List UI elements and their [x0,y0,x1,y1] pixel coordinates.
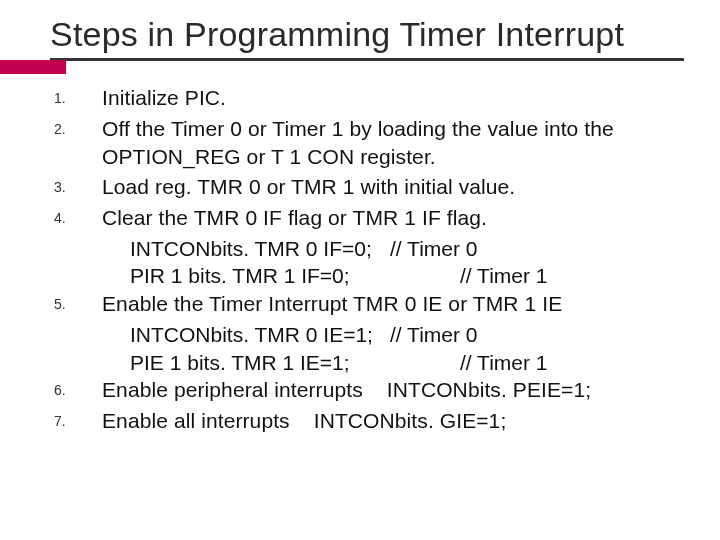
item-lead: Enable all interrupts [102,407,290,435]
code-text: PIR 1 bits. TMR 1 IF=0; [130,262,460,290]
code-line: PIE 1 bits. TMR 1 IE=1; // Timer 1 [130,349,684,377]
code-comment: // Timer 0 [390,235,684,263]
code-line: PIR 1 bits. TMR 1 IF=0; // Timer 1 [130,262,684,290]
code-line: INTCONbits. TMR 0 IF=0; // Timer 0 [130,235,684,263]
item-number: 5. [54,290,102,312]
code-text: PIE 1 bits. TMR 1 IE=1; [130,349,460,377]
slide-title: Steps in Programming Timer Interrupt [50,14,684,54]
item-text: Clear the TMR 0 IF flag or TMR 1 IF flag… [102,204,684,232]
title-block: Steps in Programming Timer Interrupt [50,14,684,74]
list-item: 7. Enable all interrupts INTCONbits. GIE… [54,407,684,435]
code-comment: // Timer 0 [390,321,684,349]
code-text: INTCONbits. TMR 0 IE=1; [130,321,390,349]
item-number: 7. [54,407,102,429]
code-comment: // Timer 1 [460,262,684,290]
code-line: INTCONbits. TMR 0 IE=1; // Timer 0 [130,321,684,349]
item-text: Off the Timer 0 or Timer 1 by loading th… [102,115,684,170]
item-text: Enable peripheral interrupts INTCONbits.… [102,376,684,404]
list-item: 2. Off the Timer 0 or Timer 1 by loading… [54,115,684,170]
list-item: 3. Load reg. TMR 0 or TMR 1 with initial… [54,173,684,201]
slide: Steps in Programming Timer Interrupt 1. … [0,0,720,540]
list-item: 5. Enable the Timer Interrupt TMR 0 IE o… [54,290,684,318]
list-item: 6. Enable peripheral interrupts INTCONbi… [54,376,684,404]
accent-bar [0,60,66,74]
item-number: 3. [54,173,102,195]
accent-row [50,60,684,74]
item-tail: INTCONbits. PEIE=1; [363,376,684,404]
item-text: Enable all interrupts INTCONbits. GIE=1; [102,407,684,435]
item-number: 6. [54,376,102,398]
item-number: 4. [54,204,102,226]
code-text: INTCONbits. TMR 0 IF=0; [130,235,390,263]
list-item: 4. Clear the TMR 0 IF flag or TMR 1 IF f… [54,204,684,232]
item-number: 1. [54,84,102,106]
item-text: Initialize PIC. [102,84,684,112]
item-number: 2. [54,115,102,137]
code-comment: // Timer 1 [460,349,684,377]
list-item: 1. Initialize PIC. [54,84,684,112]
item-text: Load reg. TMR 0 or TMR 1 with initial va… [102,173,684,201]
steps-list: 1. Initialize PIC. 2. Off the Timer 0 or… [50,84,684,435]
item-text: Enable the Timer Interrupt TMR 0 IE or T… [102,290,684,318]
item-tail: INTCONbits. GIE=1; [290,407,684,435]
item-lead: Enable peripheral interrupts [102,376,363,404]
